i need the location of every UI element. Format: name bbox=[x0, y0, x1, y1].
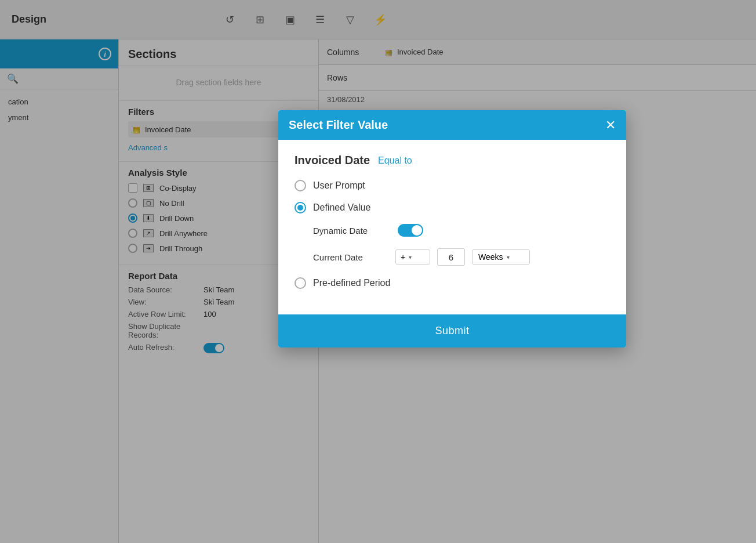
dynamic-date-row: Dynamic Date bbox=[313, 224, 610, 237]
defined-value-option: Defined Value bbox=[295, 202, 610, 213]
pre-defined-label: Pre-defined Period bbox=[313, 278, 390, 288]
user-prompt-option: User Prompt bbox=[295, 180, 610, 191]
dialog-body: Invoiced Date Equal to User Prompt Defin… bbox=[278, 140, 626, 314]
operator-value: + bbox=[401, 252, 405, 262]
dynamic-date-toggle[interactable] bbox=[398, 224, 423, 237]
user-prompt-label: User Prompt bbox=[313, 180, 365, 191]
date-unit-label: Weeks bbox=[478, 252, 503, 262]
dialog-title: Select Filter Value bbox=[289, 118, 388, 132]
current-date-row: Current Date + ▾ Weeks ▾ bbox=[313, 248, 610, 266]
dialog-footer: Submit bbox=[278, 314, 626, 347]
user-prompt-radio[interactable] bbox=[295, 180, 306, 191]
defined-value-radio[interactable] bbox=[295, 202, 306, 213]
date-unit-dropdown[interactable]: Weeks ▾ bbox=[472, 249, 530, 265]
dialog-field-name: Invoiced Date bbox=[295, 154, 370, 167]
dialog-field-header: Invoiced Date Equal to bbox=[295, 154, 610, 167]
defined-value-label: Defined Value bbox=[313, 202, 370, 213]
operator-chevron-icon: ▾ bbox=[409, 254, 412, 260]
select-filter-dialog: Select Filter Value ✕ Invoiced Date Equa… bbox=[278, 110, 626, 347]
date-unit-chevron-icon: ▾ bbox=[507, 254, 510, 260]
dynamic-date-label: Dynamic Date bbox=[313, 226, 388, 236]
dialog-header: Select Filter Value ✕ bbox=[278, 110, 626, 140]
pre-defined-option: Pre-defined Period bbox=[295, 277, 610, 289]
dialog-field-condition: Equal to bbox=[378, 155, 412, 166]
operator-dropdown[interactable]: + ▾ bbox=[395, 249, 430, 265]
submit-button[interactable]: Submit bbox=[278, 314, 626, 347]
close-icon[interactable]: ✕ bbox=[605, 119, 616, 132]
date-value-input[interactable] bbox=[437, 248, 465, 266]
pre-defined-radio[interactable] bbox=[295, 277, 306, 289]
current-date-label: Current Date bbox=[313, 252, 388, 262]
